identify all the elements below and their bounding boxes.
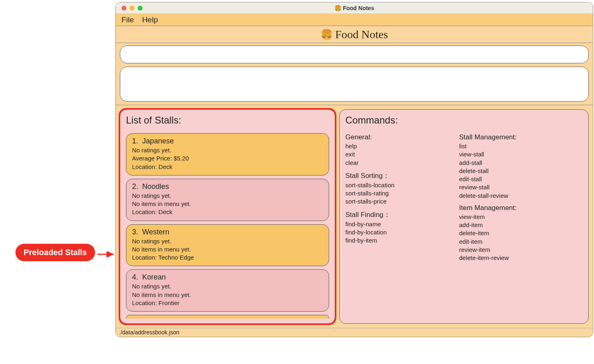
command-group: Item Management:view-itemadd-itemdelete-… (459, 204, 557, 262)
command-item: view-stall (459, 150, 557, 158)
annotation-label: Preloaded Stalls (24, 248, 87, 257)
annotation-callout: Preloaded Stalls (15, 244, 95, 261)
menu-bar: File Help (116, 14, 593, 26)
command-item: edit-stall (459, 175, 557, 183)
stall-index: 1. (132, 137, 138, 145)
command-item: find-by-item (345, 236, 443, 245)
command-item: help (345, 142, 443, 150)
annotation-arrow (98, 251, 117, 257)
command-input[interactable] (126, 50, 583, 59)
command-group-title: General: (345, 133, 443, 141)
command-group: Stall Management:listview-stalladd-stall… (459, 133, 557, 200)
command-item: edit-item (459, 238, 557, 246)
burger-icon: 🍔 (334, 5, 341, 11)
stall-ratings: No ratings yet. (132, 237, 323, 245)
maximize-button[interactable] (138, 6, 143, 11)
command-item: clear (345, 159, 443, 167)
command-item: add-item (459, 221, 557, 229)
window-title-text: Food Notes (343, 5, 374, 11)
stalls-panel-title: List of Stalls: (126, 115, 329, 126)
stall-name: Western (142, 228, 169, 236)
stall-list[interactable]: 1. Japanese No ratings yet. Average Pric… (126, 133, 329, 318)
inputs-area (116, 43, 593, 105)
stall-card[interactable] (126, 315, 329, 318)
commands-columns: General:helpexitclearStall Sorting：sort-… (345, 133, 583, 262)
stall-location: Location: Frontier (132, 299, 323, 307)
command-item: delete-stall-review (459, 192, 557, 200)
stall-index: 2. (132, 182, 138, 191)
window-titlebar: 🍔 Food Notes (116, 2, 593, 14)
command-item: find-by-location (345, 228, 443, 236)
command-item: sort-stalls-location (345, 181, 443, 189)
command-group-title: Stall Finding： (345, 210, 443, 219)
stall-location: Location: Techno Edge (132, 254, 323, 262)
commands-panel-title: Commands: (345, 115, 583, 126)
command-item: review-item (459, 246, 557, 254)
commands-panel: Commands: General:helpexitclearStall Sor… (339, 109, 589, 324)
app-logo-text: Food Notes (335, 28, 388, 41)
menu-help[interactable]: Help (142, 15, 158, 24)
close-button[interactable] (121, 6, 126, 11)
window-controls (116, 6, 143, 11)
command-item: sort-stalls-price (345, 197, 443, 206)
stall-price: No items in menu yet. (132, 291, 323, 299)
status-path: ./data/addressbook.json (119, 329, 180, 336)
command-item: find-by-name (345, 220, 443, 228)
stall-name: Noodles (142, 182, 169, 191)
minimize-button[interactable] (130, 6, 134, 11)
stall-index: 4. (132, 273, 138, 281)
command-item: list (459, 142, 557, 150)
command-item: add-stall (459, 159, 557, 167)
command-group-title: Stall Sorting： (345, 171, 443, 180)
command-item: delete-stall (459, 167, 557, 175)
stall-location: Location: Deck (132, 208, 323, 216)
command-item: delete-item (459, 229, 557, 237)
stall-ratings: No ratings yet. (132, 282, 323, 290)
main-row: List of Stalls: 1. Japanese No ratings y… (116, 105, 593, 328)
stall-ratings: No ratings yet. (132, 146, 323, 154)
stall-name: Japanese (142, 137, 174, 145)
stall-card[interactable]: 2. Noodles No ratings yet. No items in m… (126, 179, 329, 221)
burger-icon: 🍔 (321, 29, 333, 40)
window-title: 🍔 Food Notes (116, 5, 593, 11)
command-item: view-item (459, 213, 557, 221)
command-item: review-stall (459, 183, 557, 191)
command-group-title: Item Management: (459, 204, 557, 212)
output-box (120, 67, 589, 102)
stall-index: 3. (132, 228, 138, 236)
command-item: exit (345, 150, 443, 158)
command-input-wrapper[interactable] (120, 46, 589, 63)
command-group: General:helpexitclear (345, 133, 443, 167)
stall-card[interactable]: 1. Japanese No ratings yet. Average Pric… (126, 133, 329, 176)
app-window: 🍔 Food Notes File Help 🍔 Food Notes List… (115, 2, 593, 337)
stall-card[interactable]: 3. Western No ratings yet. No items in m… (126, 224, 329, 266)
stall-price: No items in menu yet. (132, 200, 323, 208)
stall-price: Average Price: $5.20 (132, 154, 323, 162)
commands-column: Stall Management:listview-stalladd-stall… (459, 133, 557, 262)
command-item: delete-item-review (459, 254, 557, 262)
status-bar: ./data/addressbook.json (116, 328, 593, 337)
stall-name: Korean (142, 273, 166, 281)
stalls-panel: List of Stalls: 1. Japanese No ratings y… (120, 109, 335, 324)
menu-file[interactable]: File (121, 15, 134, 24)
command-item: sort-stalls-rating (345, 189, 443, 197)
stall-card[interactable]: 4. Korean No ratings yet. No items in me… (126, 269, 329, 312)
stall-location: Location: Deck (132, 163, 323, 171)
stall-ratings: No ratings yet. (132, 192, 323, 200)
commands-column: General:helpexitclearStall Sorting：sort-… (345, 133, 443, 262)
app-logo-row: 🍔 Food Notes (116, 26, 593, 43)
command-group-title: Stall Management: (459, 133, 557, 141)
command-group: Stall Sorting：sort-stalls-locationsort-s… (345, 171, 443, 206)
command-group: Stall Finding：find-by-namefind-by-locati… (345, 210, 443, 245)
stall-price: No items in menu yet. (132, 245, 323, 254)
